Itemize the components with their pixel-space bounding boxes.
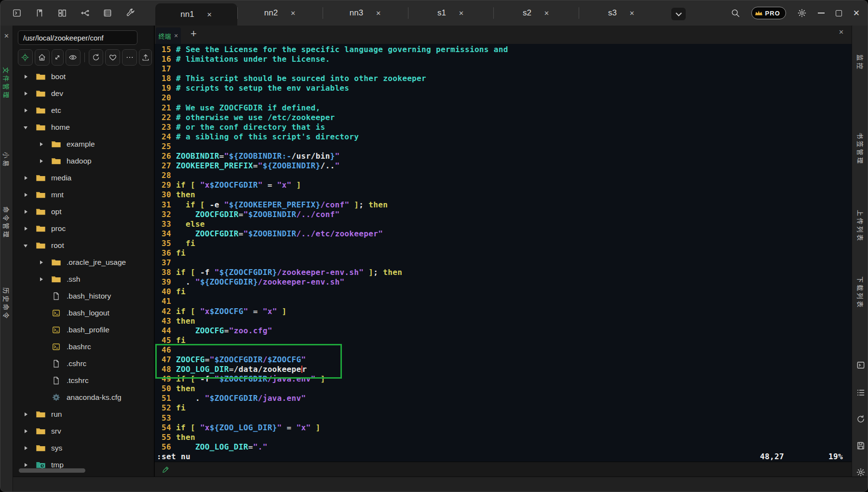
sidebar-item-下载列表[interactable]: 下载列表 <box>856 276 865 309</box>
tab-close-icon[interactable]: ✕ <box>207 11 212 18</box>
tab-close-icon[interactable]: ✕ <box>290 10 296 17</box>
tree-item-media[interactable]: media <box>13 169 154 186</box>
home-button[interactable] <box>35 49 50 66</box>
tab-nn2[interactable]: nn2✕ <box>237 0 323 26</box>
expand-arrow-icon[interactable] <box>24 91 28 96</box>
flow-branch-icon[interactable] <box>80 8 90 18</box>
tab-close-icon[interactable]: ✕ <box>459 10 464 17</box>
tree-item-example[interactable]: example <box>13 136 154 152</box>
expand-arrow-icon[interactable] <box>24 463 28 467</box>
terminal-icon[interactable] <box>856 360 866 370</box>
search-icon[interactable] <box>731 8 740 18</box>
tab-close-icon[interactable]: ✕ <box>629 10 635 17</box>
shell-icon <box>51 309 61 317</box>
collapse-arrow-icon[interactable] <box>24 125 28 130</box>
path-input[interactable]: /usr/local/zookeeper/conf <box>18 30 137 45</box>
tab-s2[interactable]: s2✕ <box>493 0 579 26</box>
tree-item-.oracle_jre_usage[interactable]: .oracle_jre_usage <box>13 254 154 271</box>
tree-item-.bash_profile[interactable]: .bash_profile <box>13 321 154 338</box>
horizontal-scrollbar[interactable] <box>19 468 85 473</box>
refresh-icon[interactable] <box>856 414 866 424</box>
resize-arrows-button[interactable] <box>52 49 64 66</box>
home-icon <box>38 53 46 62</box>
expand-arrow-icon[interactable] <box>24 412 28 417</box>
terminal-tab[interactable]: 终端 ✕ <box>156 27 181 44</box>
minimize-icon[interactable] <box>818 13 825 14</box>
tab-nn1[interactable]: nn1✕ <box>155 3 237 26</box>
pro-badge[interactable]: PRO <box>751 7 786 19</box>
bookmark-page-icon[interactable] <box>35 8 44 18</box>
tree-item-home[interactable]: home <box>13 119 154 136</box>
tree-item-dev[interactable]: dev <box>13 85 154 102</box>
locate-button[interactable] <box>18 49 33 66</box>
tree-item-run[interactable]: run <box>13 406 154 423</box>
expand-arrow-icon[interactable] <box>24 192 28 197</box>
highlighter-pen-icon[interactable] <box>162 465 170 474</box>
sidebar-item-书签管理[interactable]: 书签管理 <box>856 133 865 165</box>
tree-item-.tcshrc[interactable]: .tcshrc <box>13 372 154 389</box>
sidebar-item-文件管理[interactable]: 文件管理 <box>2 67 11 100</box>
wrench-icon[interactable] <box>125 8 135 18</box>
task-list-icon[interactable] <box>856 388 866 397</box>
sidebar-item-监控[interactable]: 监控 <box>856 55 865 71</box>
sidebar-item-上传列表[interactable]: 上传列表 <box>856 210 865 243</box>
tab-close-icon[interactable]: ✕ <box>376 10 381 17</box>
layout-grid-icon[interactable] <box>57 8 67 18</box>
terminal-screen[interactable]: 15 # See the License for the specific la… <box>155 44 852 462</box>
expand-arrow-icon[interactable] <box>24 74 28 79</box>
expand-arrow-icon[interactable] <box>39 260 44 265</box>
expand-arrow-icon[interactable] <box>24 176 28 180</box>
expand-arrow-icon[interactable] <box>39 142 44 147</box>
tree-item-etc[interactable]: etc <box>13 102 154 119</box>
tree-item-srv[interactable]: srv <box>13 423 154 439</box>
code-token: = <box>263 180 277 190</box>
tree-item-.bashrc[interactable]: .bashrc <box>13 338 154 355</box>
expand-arrow-icon[interactable] <box>39 159 44 164</box>
eye-button[interactable] <box>66 49 81 66</box>
tree-item-hadoop[interactable]: hadoop <box>13 152 154 169</box>
upload-button[interactable] <box>139 49 152 66</box>
ellipsis-button[interactable] <box>122 49 137 66</box>
tree-item-opt[interactable]: opt <box>13 203 154 220</box>
tab-nn3[interactable]: nn3✕ <box>323 0 408 26</box>
sidebar-item-命令管理[interactable]: 命令管理 <box>2 206 11 239</box>
tree-item-root[interactable]: root <box>13 237 154 254</box>
maximize-icon[interactable] <box>836 10 842 16</box>
terminal-tab-close-icon[interactable]: ✕ <box>174 33 178 39</box>
heart-button[interactable] <box>105 49 120 66</box>
tree-item-boot[interactable]: boot <box>13 68 154 85</box>
tree-item-proc[interactable]: proc <box>13 220 154 237</box>
server-list-icon[interactable] <box>103 8 112 18</box>
expand-arrow-icon[interactable] <box>39 277 44 282</box>
expand-arrow-icon[interactable] <box>24 429 28 434</box>
tab-s3[interactable]: s3✕ <box>579 0 664 26</box>
tree-item-mnt[interactable]: mnt <box>13 186 154 203</box>
save-icon[interactable] <box>856 441 866 451</box>
sidebar-item-历史命令[interactable]: 历史命令 <box>2 287 11 320</box>
code-line: 44 ZOOCFG="zoo.cfg" <box>162 326 508 336</box>
tree-item-.bash_logout[interactable]: .bash_logout <box>13 304 154 321</box>
expand-arrow-icon[interactable] <box>24 108 28 113</box>
tree-item-.bash_history[interactable]: .bash_history <box>13 287 154 304</box>
expand-arrow-icon[interactable] <box>24 226 28 231</box>
settings-gear-icon[interactable] <box>856 467 866 477</box>
terminal-window-icon[interactable] <box>12 8 22 18</box>
tree-item-.cshrc[interactable]: .cshrc <box>13 355 154 372</box>
tab-s1[interactable]: s1✕ <box>408 0 493 26</box>
collapse-arrow-icon[interactable] <box>24 243 28 248</box>
code-token: then <box>176 433 195 442</box>
tab-close-icon[interactable]: ✕ <box>544 10 549 17</box>
settings-gear-icon[interactable] <box>797 8 807 18</box>
expand-arrow-icon[interactable] <box>24 446 28 451</box>
terminal-panel-close-icon[interactable]: ✕ <box>839 28 844 36</box>
panel-close-icon[interactable]: ✕ <box>4 32 9 40</box>
tree-item-anaconda-ks.cfg[interactable]: anaconda-ks.cfg <box>13 389 154 406</box>
refresh-button[interactable] <box>89 49 104 66</box>
close-icon[interactable]: ✕ <box>853 9 860 17</box>
expand-arrow-icon[interactable] <box>24 209 28 214</box>
tree-item-sys[interactable]: sys <box>13 439 154 456</box>
tree-item-.ssh[interactable]: .ssh <box>13 271 154 287</box>
new-terminal-button[interactable]: + <box>190 27 197 40</box>
sidebar-item-小易[interactable]: 小易 <box>2 152 11 168</box>
tab-list-dropdown-button[interactable] <box>671 8 686 20</box>
